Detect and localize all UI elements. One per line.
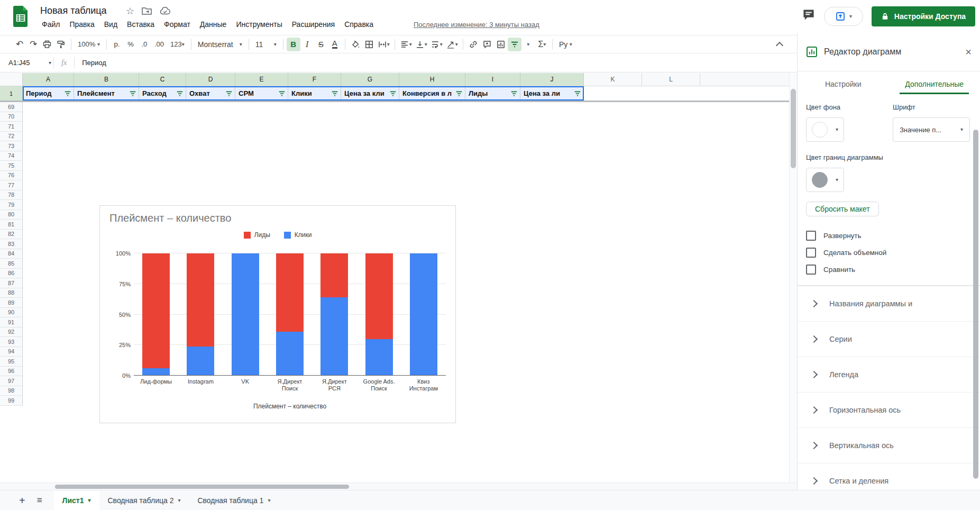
column-header[interactable]: K <box>584 73 642 86</box>
filter-icon[interactable] <box>455 89 463 98</box>
row-number[interactable]: 98 <box>0 386 22 396</box>
document-title[interactable]: Новая таблица <box>40 5 107 16</box>
row-number[interactable]: 69 <box>0 102 22 112</box>
sheet-tab[interactable]: Сводная таблица 1▾ <box>189 490 279 510</box>
star-icon[interactable]: ☆ <box>126 5 134 17</box>
filter-icon[interactable] <box>129 89 137 98</box>
header-cell[interactable]: Цена за ли <box>520 86 584 101</box>
row-number[interactable]: 94 <box>0 347 22 357</box>
panel-section[interactable]: Названия диаграммы и <box>798 286 980 321</box>
filter-views-caret[interactable]: ▾ <box>521 38 535 51</box>
filter-icon[interactable] <box>510 89 518 98</box>
filter-icon[interactable] <box>63 89 72 98</box>
percent-format-button[interactable]: % <box>124 38 138 51</box>
italic-button[interactable]: I <box>300 38 314 51</box>
decrease-decimal-button[interactable]: .0 <box>138 38 151 51</box>
horizontal-align-button[interactable]: ▾ <box>398 38 414 51</box>
checkbox-row[interactable]: Развернуть <box>806 227 972 244</box>
vertical-scrollbar-thumb[interactable] <box>791 89 796 168</box>
bold-button[interactable]: B <box>287 38 300 51</box>
share-access-button[interactable]: Настройки Доступа <box>872 6 975 26</box>
row-number[interactable]: 93 <box>0 337 22 347</box>
panel-scrollbar-thumb[interactable] <box>973 130 978 479</box>
row-number[interactable]: 99 <box>0 396 22 406</box>
row-number[interactable]: 81 <box>0 220 22 230</box>
filter-icon[interactable] <box>225 89 233 98</box>
column-header[interactable]: H <box>399 73 465 86</box>
header-cell[interactable]: Конверсия в л <box>399 86 465 101</box>
background-color-picker[interactable]: ▾ <box>806 117 844 142</box>
comments-icon[interactable] <box>802 8 816 21</box>
menu-item[interactable]: Правка <box>65 19 99 30</box>
filter-icon[interactable] <box>573 89 582 98</box>
header-cell[interactable]: Период <box>23 86 74 101</box>
print-icon[interactable] <box>40 38 54 51</box>
currency-format-button[interactable]: р. <box>110 38 124 51</box>
cloud-saved-icon[interactable] <box>159 6 171 16</box>
reset-layout-button[interactable]: Сбросить макет <box>806 202 879 216</box>
column-header[interactable]: L <box>642 73 700 86</box>
undo-icon[interactable]: ↶ <box>13 38 26 51</box>
row-number[interactable]: 91 <box>0 317 22 327</box>
row-number[interactable]: 76 <box>0 171 22 181</box>
checkbox[interactable] <box>806 265 816 275</box>
checkbox[interactable] <box>806 231 816 241</box>
column-header[interactable]: G <box>341 73 399 86</box>
row-number[interactable]: 80 <box>0 210 22 220</box>
text-color-button[interactable]: A <box>328 38 342 51</box>
strikethrough-button[interactable]: S <box>314 38 328 51</box>
chart-border-color-picker[interactable]: ▾ <box>806 168 844 192</box>
row-number[interactable]: 72 <box>0 132 22 142</box>
panel-section[interactable]: Вертикальная ось <box>798 427 980 463</box>
zoom-select[interactable]: 100% ▾ <box>75 38 103 51</box>
row-number[interactable]: 86 <box>0 269 22 279</box>
filter-icon[interactable] <box>278 89 286 98</box>
close-icon[interactable]: × <box>965 47 972 57</box>
hide-menus-button[interactable] <box>773 38 786 51</box>
header-cell[interactable]: Плейсмент <box>74 86 139 101</box>
row-number[interactable]: 92 <box>0 327 22 338</box>
filter-icon[interactable] <box>389 89 397 98</box>
vertical-align-button[interactable]: ▾ <box>414 38 429 51</box>
column-header[interactable]: D <box>186 73 235 86</box>
menu-item[interactable]: Справка <box>340 19 378 30</box>
sheets-logo-icon[interactable] <box>13 5 29 28</box>
add-sheet-icon[interactable]: + <box>19 495 25 506</box>
row-number[interactable]: 88 <box>0 288 22 298</box>
name-box-caret[interactable]: ▾ <box>49 60 51 66</box>
checkbox[interactable] <box>806 248 816 258</box>
font-select[interactable]: Montserrat▾ <box>195 38 245 51</box>
menu-item[interactable]: Инструменты <box>231 19 287 30</box>
row-number[interactable]: 89 <box>0 298 22 308</box>
filter-icon[interactable] <box>176 89 184 98</box>
row-number[interactable]: 79 <box>0 200 22 210</box>
panel-tab[interactable]: Настройки <box>798 71 889 96</box>
header-cell[interactable]: CPM <box>235 86 288 101</box>
frozen-row-divider[interactable] <box>0 101 789 102</box>
column-header[interactable]: B <box>74 73 139 86</box>
row-number[interactable]: 96 <box>0 367 22 377</box>
row-number[interactable]: 84 <box>0 249 22 259</box>
column-header[interactable]: I <box>465 73 520 86</box>
menu-item[interactable]: Файл <box>37 19 65 30</box>
borders-icon[interactable] <box>362 38 376 51</box>
fill-color-icon[interactable] <box>349 38 362 51</box>
checkbox-row[interactable]: Сделать объемной <box>806 244 972 261</box>
redo-icon[interactable]: ↷ <box>26 38 40 51</box>
panel-section[interactable]: Серии <box>798 321 980 357</box>
move-to-folder-icon[interactable] <box>141 6 152 16</box>
select-all-corner[interactable] <box>0 73 23 86</box>
sheet-tab[interactable]: Сводная таблица 2▾ <box>99 490 189 510</box>
row-number[interactable]: 74 <box>0 151 22 161</box>
panel-tab[interactable]: Дополнительные <box>889 71 980 96</box>
panel-section[interactable]: Горизонтальная ось <box>798 392 980 427</box>
paint-format-icon[interactable] <box>54 38 68 51</box>
column-header[interactable]: A <box>23 73 74 86</box>
presentation-share-button[interactable]: ▾ <box>824 7 863 26</box>
menu-item[interactable]: Вставка <box>122 19 159 30</box>
row-header-1[interactable]: 1 <box>0 86 23 101</box>
row-number[interactable]: 78 <box>0 190 22 201</box>
panel-section[interactable]: Легенда <box>798 357 980 392</box>
checkbox-row[interactable]: Сравнить <box>806 261 972 278</box>
row-number[interactable]: 70 <box>0 112 22 122</box>
